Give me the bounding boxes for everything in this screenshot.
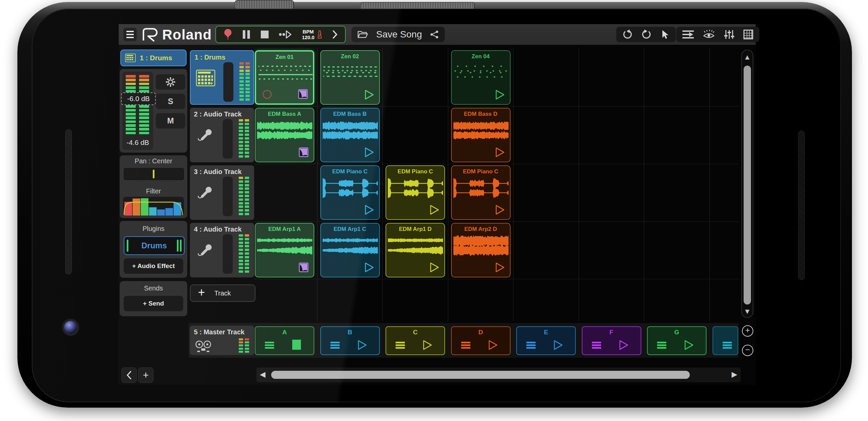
clip-zen-04[interactable]: Zen 04 xyxy=(451,50,510,105)
mixer-button[interactable] xyxy=(724,29,735,39)
track-row-4-audio[interactable]: 4 : Audio Track xyxy=(190,223,254,277)
add-button[interactable]: + xyxy=(138,367,153,383)
scene-b[interactable]: B xyxy=(320,326,380,355)
track-row-3-audio[interactable]: 3 : Audio Track xyxy=(190,165,254,220)
filter-display[interactable] xyxy=(123,197,184,216)
clip-play-icon[interactable] xyxy=(495,89,505,100)
clip-record-icon[interactable] xyxy=(262,89,272,100)
clip-play-icon[interactable] xyxy=(429,204,440,215)
redo-button[interactable] xyxy=(642,29,652,39)
pan-slider[interactable] xyxy=(123,167,185,181)
menu-button[interactable] xyxy=(123,28,137,41)
vertical-scrollbar[interactable]: ▲ ▼ xyxy=(741,50,753,318)
clip-oneshot-loop-icon[interactable] xyxy=(298,262,309,273)
clip-play-icon[interactable] xyxy=(495,262,505,273)
expand-transport-chevron[interactable] xyxy=(332,30,338,39)
scene-menu-icon[interactable] xyxy=(265,342,274,349)
clip-edm-bass-d[interactable]: EDM Bass D xyxy=(451,108,510,162)
clip-oneshot-loop-icon[interactable] xyxy=(298,89,308,100)
clip-edm-arp1-c[interactable]: EDM Arp1 C xyxy=(320,223,380,277)
save-song-button[interactable]: Save Song xyxy=(376,29,422,40)
clip-play-icon[interactable] xyxy=(364,204,374,215)
scene-play-icon[interactable] xyxy=(422,340,432,350)
track-fader[interactable] xyxy=(223,119,233,159)
add-audio-effect-button[interactable]: + Audio Effect xyxy=(124,258,183,274)
stop-button[interactable] xyxy=(260,30,269,39)
scene-play-icon[interactable] xyxy=(619,340,629,350)
mute-button[interactable]: M xyxy=(156,113,185,129)
track-name: 2 : Audio Track xyxy=(194,110,242,118)
scene-partial[interactable] xyxy=(713,326,738,355)
scene-d[interactable]: D xyxy=(451,326,510,355)
scene-menu-icon[interactable] xyxy=(722,342,732,349)
scroll-down-arrow[interactable]: ▼ xyxy=(742,308,753,315)
share-icon[interactable] xyxy=(430,30,439,39)
vertical-scroll-thumb[interactable] xyxy=(744,65,751,305)
track-row-1-drums[interactable]: 1 : Drums xyxy=(190,50,254,105)
add-send-button[interactable]: + Send xyxy=(124,296,183,311)
scroll-right-arrow[interactable]: ▶ xyxy=(732,370,737,379)
master-track-row[interactable]: 5 : Master Track xyxy=(190,326,254,355)
scene-menu-icon[interactable] xyxy=(396,342,405,349)
selected-track-header[interactable]: 1 : Drums xyxy=(120,50,187,66)
volume-meter-box[interactable]: -6.0 dB -4.6 dB xyxy=(122,72,153,150)
scene-f[interactable]: F xyxy=(582,326,641,355)
track-fader[interactable] xyxy=(223,234,233,274)
eye-visibility-button[interactable] xyxy=(703,29,715,39)
clip-play-icon[interactable] xyxy=(495,204,505,215)
cursor-tool-button[interactable] xyxy=(661,29,670,39)
clip-edm-arp1-a[interactable]: EDM Arp1 A xyxy=(255,223,314,277)
clip-play-icon[interactable] xyxy=(364,147,374,158)
clip-edm-piano-c[interactable]: EDM Piano C xyxy=(451,165,510,220)
scene-g[interactable]: G xyxy=(647,326,707,355)
scroll-left-arrow[interactable]: ◀ xyxy=(260,370,266,379)
scene-a[interactable]: A xyxy=(255,326,314,355)
clip-oneshot-loop-icon[interactable] xyxy=(298,147,309,158)
clip-play-icon[interactable] xyxy=(364,89,374,100)
scene-menu-icon[interactable] xyxy=(592,342,601,349)
scene-menu-icon[interactable] xyxy=(526,342,536,349)
clip-edm-arp2-d[interactable]: EDM Arp2 D xyxy=(451,223,510,277)
undo-button[interactable] xyxy=(622,29,632,39)
bpm-control[interactable]: BPM 120.0 xyxy=(302,29,323,40)
clip-edm-piano-c[interactable]: EDM Piano C xyxy=(320,165,380,220)
scroll-up-arrow[interactable]: ▲ xyxy=(742,54,753,61)
clip-zen-01[interactable]: Zen 01 xyxy=(255,50,314,105)
scene-play-icon[interactable] xyxy=(684,340,694,350)
scene-menu-icon[interactable] xyxy=(330,342,340,349)
horizontal-scroll-thumb[interactable] xyxy=(271,371,690,379)
clip-play-icon[interactable] xyxy=(495,147,505,158)
pause-button[interactable] xyxy=(242,29,250,39)
scene-play-icon[interactable] xyxy=(488,340,498,350)
scene-play-icon[interactable] xyxy=(357,340,367,350)
scene-stop-icon[interactable] xyxy=(292,340,301,350)
plugin-slot-drums[interactable]: Drums xyxy=(124,236,185,255)
track-fader[interactable] xyxy=(223,62,234,102)
track-row-2-audio[interactable]: 2 : Audio Track xyxy=(190,108,254,162)
track-fader[interactable] xyxy=(223,177,233,216)
scene-play-icon[interactable] xyxy=(553,340,563,350)
scene-menu-icon[interactable] xyxy=(461,342,470,349)
horizontal-scrollbar[interactable]: ◀ ▶ xyxy=(256,367,741,382)
clip-edm-bass-a[interactable]: EDM Bass A xyxy=(255,108,314,162)
clip-play-icon[interactable] xyxy=(364,262,374,273)
scene-c[interactable]: C xyxy=(385,326,445,355)
open-folder-icon[interactable] xyxy=(358,30,368,39)
follow-playhead-button[interactable] xyxy=(682,30,694,39)
grid-view-button[interactable] xyxy=(743,29,753,39)
scene-e[interactable]: E xyxy=(516,326,576,355)
clip-edm-arp1-d[interactable]: EDM Arp1 D xyxy=(385,223,445,277)
scene-menu-icon[interactable] xyxy=(657,342,666,349)
clip-play-icon[interactable] xyxy=(429,262,440,273)
record-button[interactable] xyxy=(223,28,232,41)
collapse-inspector-button[interactable] xyxy=(121,367,137,383)
clip-edm-piano-c[interactable]: EDM Piano C xyxy=(385,165,445,220)
play-countin-button[interactable] xyxy=(279,29,292,39)
clip-edm-bass-b[interactable]: EDM Bass B xyxy=(320,108,380,162)
zoom-out-button[interactable]: − xyxy=(742,345,753,356)
track-settings-button[interactable] xyxy=(156,74,185,90)
clip-zen-02[interactable]: Zen 02 xyxy=(320,50,380,105)
add-track-button[interactable]: + Track xyxy=(190,284,255,302)
zoom-in-button[interactable]: + xyxy=(742,325,753,337)
solo-button[interactable]: S xyxy=(156,94,185,109)
